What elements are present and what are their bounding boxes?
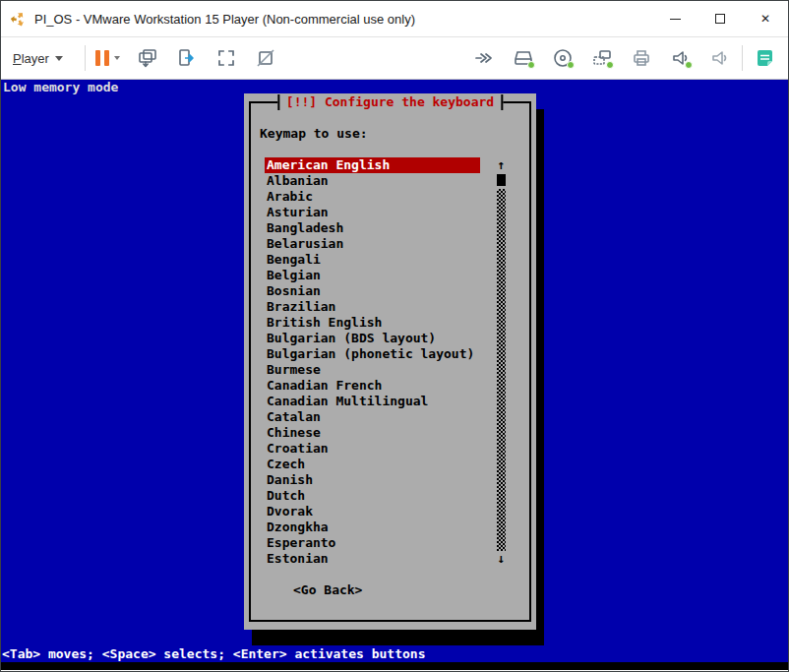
player-menu-button[interactable]: Player [13,51,63,66]
keymap-option[interactable]: Canadian Multilingual [265,394,480,409]
keymap-option[interactable]: Canadian French [265,378,480,394]
device-connected-dot [685,61,693,69]
speaker-muted-icon [709,47,731,69]
keymap-option[interactable]: Croatian [265,441,480,457]
sound-device[interactable] [669,46,693,70]
chevrons-right-icon [473,47,495,69]
vmware-player-window: PI_OS - VMware Workstation 15 Player (No… [0,0,789,672]
vmware-logo-icon [10,11,27,28]
caret-down-icon [114,56,120,60]
toolbar-separator [85,45,86,71]
vm-power-group [95,46,277,70]
sticky-note-button[interactable] [753,46,776,70]
player-menu-label: Player [13,51,49,66]
titlebar: PI_OS - VMware Workstation 15 Player (No… [1,1,788,37]
keymap-option[interactable]: Arabic [265,189,480,205]
show-devices-button[interactable] [472,46,496,70]
keymap-prompt: Keymap to use: [260,126,368,142]
window-controls: ✕ [652,1,788,36]
send-ctrl-alt-del-icon [137,47,158,69]
keymap-option[interactable]: British English [265,315,480,331]
installer-help-line: <Tab> moves; <Space> selects; <Enter> ac… [2,646,788,662]
grab-input-button[interactable] [175,46,199,70]
toolbar-separator [742,45,743,71]
device-connected-dot [567,61,575,69]
maximize-icon [715,14,725,24]
keymap-option[interactable]: Danish [265,472,480,488]
keymap-option[interactable]: Belgian [265,268,480,283]
device-connected-dot [606,61,614,69]
keymap-option[interactable]: Estonian [265,551,480,567]
keymap-option[interactable]: Dutch [265,488,480,504]
keymap-option[interactable]: Catalan [265,409,480,425]
fullscreen-button[interactable] [214,46,238,70]
send-ctrl-alt-del-button[interactable] [136,46,159,70]
keymap-option[interactable]: Dvorak [265,504,480,519]
screen-bottom-strip [1,662,788,670]
cd-dvd-device[interactable] [551,46,575,70]
scrollbar-track[interactable] [497,189,506,551]
toolbar: Player [1,37,788,80]
keymap-option[interactable]: Bengali [265,252,480,268]
keymap-option[interactable]: Asturian [265,205,480,220]
scroll-up-arrow-icon[interactable]: ↑ [497,157,506,173]
printer-icon [631,47,652,69]
hard-disk-device[interactable] [512,46,535,70]
sticky-note-icon [755,48,775,69]
close-icon: ✕ [760,13,770,25]
minimize-button[interactable] [652,1,698,36]
close-button[interactable]: ✕ [743,1,788,36]
keymap-list: American EnglishAlbanianArabicAsturianBa… [265,157,480,567]
scrollbar[interactable]: ↑ ↓ [497,157,506,567]
device-connected-dot [527,61,535,69]
network-adapter-device[interactable] [590,46,614,70]
scrollbar-thumb[interactable] [497,174,506,186]
keymap-option[interactable]: Bosnian [265,283,480,299]
suspend-button[interactable] [95,50,120,66]
configure-keyboard-dialog: [!!] Configure the keyboard Keymap to us… [244,93,536,630]
maximize-button[interactable] [698,1,743,36]
keymap-option[interactable]: Dzongkha [265,519,480,535]
installer-mode-text: Low memory mode [3,80,118,95]
grab-input-icon [176,47,198,69]
keymap-option[interactable]: Bangladesh [265,220,480,236]
vm-display[interactable]: Low memory mode [!!] Configure the keybo… [1,80,788,670]
printer-device[interactable] [630,46,653,70]
keymap-option[interactable]: Brazilian [265,299,480,315]
scroll-down-arrow-icon[interactable]: ↓ [497,551,506,567]
window-title: PI_OS - VMware Workstation 15 Player (No… [34,12,652,27]
dialog-title: [!!] Configure the keyboard [277,94,503,110]
keymap-option[interactable]: Chinese [265,425,480,441]
fullscreen-icon [215,47,237,69]
keymap-option[interactable]: Esperanto [265,535,480,551]
unity-mode-button[interactable] [254,46,277,70]
minimize-icon [670,19,681,20]
keymap-option[interactable]: Belarusian [265,236,480,252]
keymap-option[interactable]: Czech [265,457,480,472]
keymap-option[interactable]: Bulgarian (phonetic layout) [265,346,480,362]
keymap-option[interactable]: Bulgarian (BDS layout) [265,331,480,346]
caret-down-icon [55,56,63,61]
keymap-option[interactable]: Albanian [265,173,480,189]
keymap-option[interactable]: Burmese [265,362,480,378]
pause-icon [95,50,109,66]
keymap-option[interactable]: American English [265,157,480,173]
host-volume-button[interactable] [708,46,732,70]
go-back-button[interactable]: <Go Back> [293,582,362,598]
vm-devices-group [472,46,732,70]
unity-mode-icon [255,47,276,69]
